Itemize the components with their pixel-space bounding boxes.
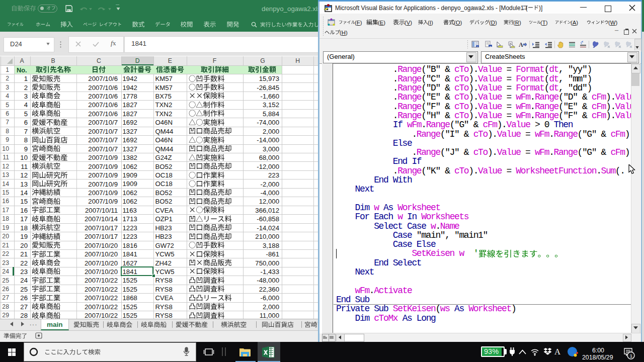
svg-text:A: A [519,41,523,48]
svg-text:1: 1 [630,353,632,358]
